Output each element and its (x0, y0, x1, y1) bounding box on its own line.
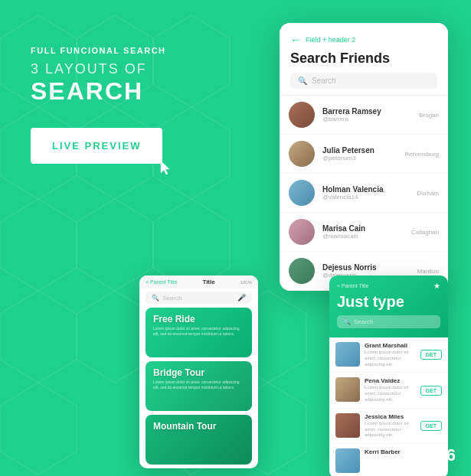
result-avatar (335, 413, 360, 438)
result-name: Pena Valdez (365, 377, 416, 384)
contact-name: Barrera Ramsey (322, 107, 411, 116)
contact-location: Brogan (419, 112, 439, 119)
search-icon: 🔍 (298, 77, 307, 85)
card-item[interactable]: Free Ride Lorem ipsum dolor sit amet, co… (146, 308, 252, 357)
card-title: Free Ride (153, 314, 244, 324)
contact-handle: @petersen3 (322, 155, 397, 161)
layouts-label: 3 LAYOUTS OF (31, 61, 199, 78)
contact-handle: @barrera (322, 116, 411, 122)
contact-info: Barrera Ramsey @barrera (322, 107, 411, 122)
live-preview-button[interactable]: LIVE PREVIEW (31, 128, 162, 164)
search-bar[interactable]: 🔍 Search (290, 73, 437, 89)
contact-name: Julia Petersen (322, 146, 397, 155)
contact-location: Callaghan (411, 229, 439, 236)
result-avatar (335, 448, 360, 473)
contact-handle: @marisacain (322, 233, 404, 240)
result-info: Jessica Miles Lorem ipsum dolor sit amet… (365, 413, 416, 439)
contact-name: Dejesus Norris (322, 263, 410, 272)
result-name: Kerri Barber (365, 448, 442, 455)
search-main-label: SEARCH (31, 78, 199, 105)
battery-status: 100% (240, 280, 252, 285)
contact-avatar (289, 258, 315, 284)
get-button[interactable]: GET (420, 386, 442, 396)
contact-info: Holman Valencia @valencia14 (322, 185, 410, 201)
contact-item[interactable]: Barrera Ramsey @barrera Brogan (280, 96, 448, 135)
contact-location: Durham (417, 190, 439, 197)
contact-item[interactable]: Holman Valencia @valencia14 Durham (280, 174, 448, 213)
left-content: FULL FUNCIONAL SEARCH 3 LAYOUTS OF SEARC… (31, 46, 199, 164)
svg-marker-6 (0, 291, 77, 383)
just-type-phone: < Parent Title ★ Just type 🔍 Search Gran… (329, 275, 448, 476)
cards-container: Free Ride Lorem ipsum dolor sit amet, co… (139, 308, 258, 465)
phone-title-center: Title (202, 279, 214, 285)
contact-info: Marisa Cain @marisacain (322, 224, 404, 240)
card-text: Lorem ipsum dolor sit amet, consectetur … (153, 380, 244, 390)
card-title: Mountain Tour (153, 421, 244, 432)
result-item[interactable]: Jessica Miles Lorem ipsum dolor sit amet… (329, 409, 448, 444)
contact-info: Julia Petersen @petersen3 (322, 146, 397, 161)
result-info: Kerri Barber (365, 448, 442, 456)
just-type-header: < Parent Title ★ Just type 🔍 Search (329, 275, 448, 337)
result-avatar (335, 377, 360, 402)
back-row: ← Field + header 2 (290, 34, 437, 46)
results-list: Grant Marshall Lorem ipsum dolor sit ame… (329, 337, 448, 476)
result-item[interactable]: Kerri Barber (329, 444, 448, 476)
search-friends-phone: ← Field + header 2 Search Friends 🔍 Sear… (280, 23, 448, 291)
contact-handle: @valencia14 (322, 194, 410, 201)
contact-name: Holman Valencia (322, 185, 410, 194)
just-type-title: Just type (337, 293, 440, 311)
result-name: Grant Marshall (365, 342, 416, 349)
contact-list: Barrera Ramsey @barrera Brogan Julia Pet… (280, 96, 448, 291)
card-item[interactable]: Mountain Tour (146, 415, 252, 465)
contact-location: Rehrersburg (405, 151, 439, 158)
card-content: Free Ride Lorem ipsum dolor sit amet, co… (146, 308, 252, 343)
result-avatar (335, 342, 360, 367)
svg-marker-4 (0, 199, 77, 291)
search-icon-small: 🔍 (152, 295, 159, 302)
header-top-row: < Parent Title ★ (337, 282, 440, 290)
star-icon: ★ (433, 282, 440, 290)
card-text: Lorem ipsum dolor sit amet, consectetur … (153, 326, 244, 337)
card-content: Mountain Tour (146, 415, 252, 438)
mic-icon: 🎤 (237, 294, 246, 302)
phone-top-bar: < Parent Title Title 100% (139, 275, 258, 289)
field-header-label: Field + header 2 (306, 36, 355, 44)
svg-marker-8 (0, 383, 77, 474)
contact-avatar (289, 219, 315, 245)
contact-location: Manitou (417, 268, 439, 275)
free-ride-phone: < Parent Title Title 100% 🔍 Search 🎤 Fre… (139, 275, 258, 468)
card-content: Bridge Tour Lorem ipsum dolor sit amet, … (146, 361, 252, 396)
phone-search-bar[interactable]: 🔍 Search 🎤 (146, 292, 252, 304)
cursor-icon (159, 159, 175, 178)
result-name: Jessica Miles (365, 413, 416, 420)
result-info: Pena Valdez Lorem ipsum dolor sit amet, … (365, 377, 416, 403)
card-item[interactable]: Bridge Tour Lorem ipsum dolor sit amet, … (146, 361, 252, 411)
contact-item[interactable]: Julia Petersen @petersen3 Rehrersburg (280, 135, 448, 174)
search-placeholder-white: Search (354, 318, 373, 325)
card-title: Bridge Tour (153, 367, 244, 378)
get-button[interactable]: GET (420, 350, 442, 360)
contact-avatar (289, 141, 315, 167)
phone-header: ← Field + header 2 Search Friends 🔍 Sear… (280, 23, 448, 96)
result-item[interactable]: Grant Marshall Lorem ipsum dolor sit ame… (329, 337, 448, 373)
back-arrow-icon[interactable]: ← (290, 34, 301, 46)
contact-item[interactable]: Marisa Cain @marisacain Callaghan (280, 213, 448, 252)
page-number: 16 (437, 445, 456, 465)
search-text: Search (162, 295, 182, 302)
contact-avatar (289, 180, 315, 206)
parent-title-left: < Parent Title (146, 279, 177, 285)
parent-title-right: < Parent Title (337, 283, 368, 289)
result-info: Grant Marshall Lorem ipsum dolor sit ame… (365, 342, 416, 367)
search-icon-white: 🔍 (343, 318, 351, 325)
result-desc: Lorem ipsum dolor sit amet, consectetur … (365, 385, 416, 403)
result-desc: Lorem ipsum dolor sit amet, consectetur … (365, 350, 416, 367)
result-desc: Lorem ipsum dolor sit amet, consectetur … (365, 421, 416, 439)
contact-name: Marisa Cain (322, 224, 404, 233)
search-friends-title: Search Friends (290, 51, 437, 67)
subtitle: FULL FUNCIONAL SEARCH (31, 46, 199, 55)
contact-avatar (289, 102, 315, 128)
search-placeholder: Search (312, 77, 336, 85)
result-item[interactable]: Pena Valdez Lorem ipsum dolor sit amet, … (329, 373, 448, 408)
get-button[interactable]: GET (420, 421, 442, 431)
just-type-search-bar[interactable]: 🔍 Search (337, 315, 440, 328)
